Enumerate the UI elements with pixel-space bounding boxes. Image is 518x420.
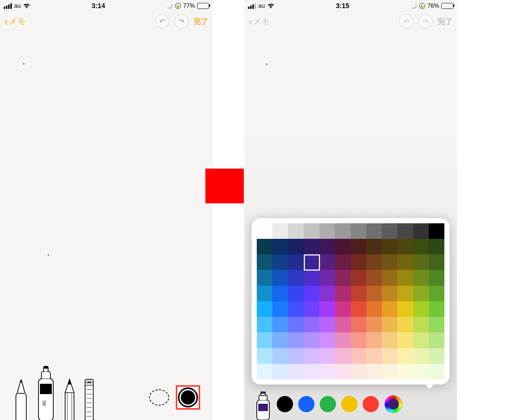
color-cell[interactable] bbox=[257, 223, 272, 239]
color-cell[interactable] bbox=[429, 286, 444, 301]
color-cell[interactable] bbox=[257, 286, 272, 301]
color-cell[interactable] bbox=[319, 270, 335, 285]
color-swatch[interactable] bbox=[320, 396, 336, 412]
color-cell[interactable] bbox=[429, 239, 444, 254]
color-cell[interactable] bbox=[335, 317, 350, 332]
color-cell[interactable] bbox=[382, 270, 397, 285]
color-cell[interactable] bbox=[288, 348, 304, 364]
color-cell[interactable] bbox=[304, 301, 319, 317]
color-cell[interactable] bbox=[272, 239, 288, 254]
color-cell[interactable] bbox=[382, 348, 397, 364]
color-cell[interactable] bbox=[382, 223, 397, 239]
undo-button[interactable]: ↶ bbox=[399, 14, 413, 28]
marker-tool[interactable] bbox=[255, 390, 271, 420]
back-button[interactable]: ‹ メモ bbox=[249, 15, 270, 28]
color-cell[interactable] bbox=[288, 301, 304, 317]
color-cell[interactable] bbox=[257, 364, 272, 379]
color-cell[interactable] bbox=[366, 254, 382, 270]
color-cell[interactable] bbox=[288, 317, 304, 332]
color-cell[interactable] bbox=[319, 239, 335, 254]
color-cell[interactable] bbox=[304, 286, 319, 301]
color-cell[interactable] bbox=[304, 239, 319, 254]
color-cell[interactable] bbox=[304, 317, 319, 332]
color-indicator-button[interactable] bbox=[178, 387, 198, 407]
color-cell[interactable] bbox=[288, 332, 304, 348]
color-cell[interactable] bbox=[351, 239, 366, 254]
color-cell[interactable] bbox=[397, 254, 413, 270]
color-cell[interactable] bbox=[257, 332, 272, 348]
color-cell[interactable] bbox=[319, 286, 335, 301]
color-cell[interactable] bbox=[351, 301, 366, 317]
color-cell[interactable] bbox=[429, 317, 444, 332]
color-cell[interactable] bbox=[335, 254, 350, 270]
color-cell[interactable] bbox=[413, 254, 429, 270]
color-cell[interactable] bbox=[351, 254, 366, 270]
redo-button[interactable]: ↷ bbox=[418, 14, 433, 28]
color-swatch[interactable] bbox=[341, 396, 357, 412]
color-cell[interactable] bbox=[351, 348, 366, 364]
color-cell[interactable] bbox=[397, 317, 413, 332]
color-cell[interactable] bbox=[335, 364, 350, 379]
color-cell[interactable] bbox=[335, 286, 350, 301]
color-swatch[interactable] bbox=[363, 396, 379, 412]
color-cell[interactable] bbox=[366, 348, 382, 364]
color-cell[interactable] bbox=[429, 332, 444, 348]
pen-tool[interactable] bbox=[13, 377, 30, 420]
color-cell[interactable] bbox=[382, 286, 397, 301]
color-cell[interactable] bbox=[397, 223, 413, 239]
undo-button[interactable]: ↶ bbox=[155, 14, 169, 28]
color-cell[interactable] bbox=[319, 301, 335, 317]
color-cell[interactable] bbox=[257, 317, 272, 332]
color-cell[interactable] bbox=[413, 317, 429, 332]
color-cell[interactable] bbox=[272, 270, 288, 285]
lasso-tool[interactable] bbox=[149, 389, 169, 406]
color-cell[interactable] bbox=[319, 364, 335, 379]
color-cell[interactable] bbox=[257, 254, 272, 270]
color-cell[interactable] bbox=[413, 270, 429, 285]
color-cell[interactable] bbox=[304, 364, 319, 379]
color-cell[interactable] bbox=[382, 301, 397, 317]
color-cell[interactable] bbox=[319, 317, 335, 332]
color-cell[interactable] bbox=[288, 223, 304, 239]
color-cell[interactable] bbox=[413, 223, 429, 239]
color-cell[interactable] bbox=[304, 223, 319, 239]
color-grid[interactable] bbox=[257, 223, 444, 380]
color-cell[interactable] bbox=[366, 286, 382, 301]
color-cell[interactable] bbox=[382, 317, 397, 332]
color-cell[interactable] bbox=[382, 332, 397, 348]
color-cell[interactable] bbox=[413, 286, 429, 301]
color-cell[interactable] bbox=[429, 301, 444, 317]
color-cell[interactable] bbox=[272, 301, 288, 317]
done-button[interactable]: 完了 bbox=[438, 17, 453, 27]
color-cell[interactable] bbox=[351, 223, 366, 239]
color-cell[interactable] bbox=[272, 223, 288, 239]
color-cell[interactable] bbox=[257, 348, 272, 364]
color-cell[interactable] bbox=[382, 254, 397, 270]
color-swatch[interactable] bbox=[298, 396, 314, 412]
color-cell[interactable] bbox=[288, 270, 304, 285]
color-cell[interactable] bbox=[351, 286, 366, 301]
color-cell[interactable] bbox=[366, 317, 382, 332]
color-cell[interactable] bbox=[397, 270, 413, 285]
color-cell[interactable] bbox=[351, 364, 366, 379]
color-cell[interactable] bbox=[304, 348, 319, 364]
color-cell[interactable] bbox=[351, 270, 366, 285]
ruler-tool[interactable] bbox=[84, 378, 95, 420]
color-cell[interactable] bbox=[397, 286, 413, 301]
color-cell[interactable] bbox=[429, 364, 444, 379]
color-cell[interactable] bbox=[335, 301, 350, 317]
color-cell[interactable] bbox=[272, 317, 288, 332]
color-cell[interactable] bbox=[319, 223, 335, 239]
color-cell[interactable] bbox=[397, 301, 413, 317]
color-cell[interactable] bbox=[257, 270, 272, 285]
color-cell[interactable] bbox=[397, 239, 413, 254]
color-cell[interactable] bbox=[319, 332, 335, 348]
color-cell[interactable] bbox=[429, 223, 444, 239]
color-cell[interactable] bbox=[272, 364, 288, 379]
color-cell[interactable] bbox=[413, 239, 429, 254]
color-cell[interactable] bbox=[429, 270, 444, 285]
color-cell[interactable] bbox=[288, 254, 304, 270]
color-cell[interactable] bbox=[397, 348, 413, 364]
color-cell[interactable] bbox=[288, 364, 304, 379]
color-cell[interactable] bbox=[272, 254, 288, 270]
